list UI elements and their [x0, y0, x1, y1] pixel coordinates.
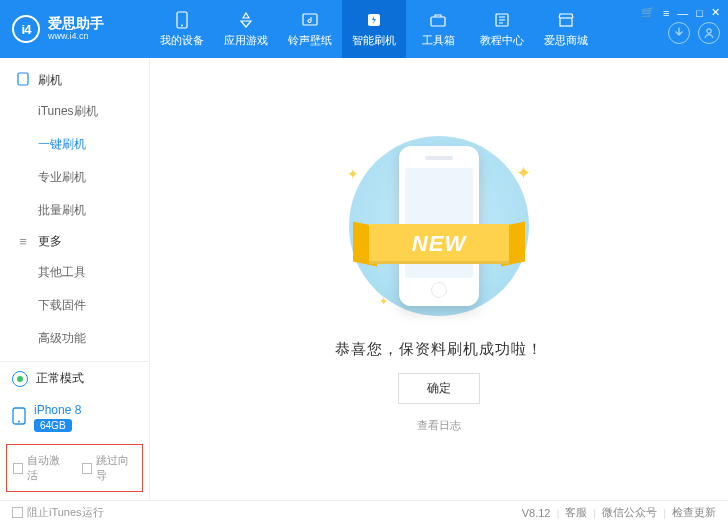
store-icon — [557, 11, 575, 29]
sidebar-group-1: ≡更多 — [0, 227, 149, 256]
view-log-link[interactable]: 查看日志 — [417, 418, 461, 433]
apps-icon — [238, 11, 254, 29]
minimize-icon[interactable]: — — [677, 7, 688, 19]
logo-icon: i4 — [12, 15, 40, 43]
menu-icon[interactable]: ≡ — [663, 7, 669, 19]
sidebar-item-1-2[interactable]: 高级功能 — [0, 322, 149, 355]
sidebar-item-0-1[interactable]: 一键刷机 — [0, 128, 149, 161]
svg-point-7 — [707, 29, 711, 33]
nav-flash[interactable]: 智能刷机 — [342, 0, 406, 58]
close-icon[interactable]: ✕ — [711, 6, 720, 19]
confirm-button[interactable]: 确定 — [398, 373, 480, 404]
toolbox-icon — [429, 11, 447, 29]
storage-badge: 64GB — [34, 419, 72, 432]
brand: i4 爱思助手 www.i4.cn — [0, 15, 150, 43]
user-button[interactable] — [698, 22, 720, 44]
svg-point-10 — [18, 421, 20, 423]
device-icon — [16, 72, 30, 89]
music-icon — [301, 11, 319, 29]
device-mode[interactable]: 正常模式 — [0, 362, 149, 395]
svg-rect-8 — [18, 73, 28, 85]
app-header: i4 爱思助手 www.i4.cn 我的设备应用游戏铃声壁纸智能刷机工具箱教程中… — [0, 0, 728, 58]
nav-toolbox[interactable]: 工具箱 — [406, 0, 470, 58]
support-link[interactable]: 客服 — [565, 505, 587, 520]
nav-phone[interactable]: 我的设备 — [150, 0, 214, 58]
success-message: 恭喜您，保资料刷机成功啦！ — [335, 340, 543, 359]
success-illustration: ✦✦✦ NEW — [339, 126, 539, 326]
download-button[interactable] — [668, 22, 690, 44]
sidebar-item-1-1[interactable]: 下载固件 — [0, 289, 149, 322]
sidebar: 刷机iTunes刷机一键刷机专业刷机批量刷机≡更多其他工具下载固件高级功能 正常… — [0, 58, 150, 500]
book-icon — [494, 11, 510, 29]
status-bar: 阻止iTunes运行 V8.12 | 客服 | 微信公众号 | 检查更新 — [0, 500, 728, 524]
window-controls: 🛒 ≡ — □ ✕ — [641, 6, 720, 19]
main-content: ✦✦✦ NEW 恭喜您，保资料刷机成功啦！ 确定 查看日志 — [150, 58, 728, 500]
version-label: V8.12 — [522, 507, 551, 519]
sidebar-item-0-2[interactable]: 专业刷机 — [0, 161, 149, 194]
skip-guide-checkbox[interactable]: 跳过向导 — [82, 453, 137, 483]
more-icon: ≡ — [16, 234, 30, 249]
connected-device[interactable]: iPhone 8 64GB — [0, 395, 149, 440]
download-icon — [673, 27, 685, 39]
flash-icon — [366, 11, 382, 29]
new-ribbon-icon: NEW — [357, 220, 521, 268]
nav-store[interactable]: 爱思商城 — [534, 0, 598, 58]
top-nav: 我的设备应用游戏铃声壁纸智能刷机工具箱教程中心爱思商城 — [150, 0, 598, 58]
wechat-link[interactable]: 微信公众号 — [602, 505, 657, 520]
svg-rect-4 — [431, 17, 445, 26]
device-name: iPhone 8 — [34, 403, 81, 417]
status-dot-icon — [12, 371, 28, 387]
user-icon — [703, 27, 715, 39]
cart-icon[interactable]: 🛒 — [641, 6, 655, 19]
nav-music[interactable]: 铃声壁纸 — [278, 0, 342, 58]
block-itunes-checkbox[interactable]: 阻止iTunes运行 — [12, 505, 104, 520]
nav-book[interactable]: 教程中心 — [470, 0, 534, 58]
svg-point-1 — [181, 24, 183, 26]
mode-label: 正常模式 — [36, 370, 84, 387]
sidebar-group-0: 刷机 — [0, 66, 149, 95]
nav-apps[interactable]: 应用游戏 — [214, 0, 278, 58]
sidebar-item-1-0[interactable]: 其他工具 — [0, 256, 149, 289]
phone-icon — [174, 11, 190, 29]
phone-icon — [12, 407, 26, 428]
options-highlight: 自动激活 跳过向导 — [6, 444, 143, 492]
maximize-icon[interactable]: □ — [696, 7, 703, 19]
sidebar-item-0-3[interactable]: 批量刷机 — [0, 194, 149, 227]
brand-name: 爱思助手 — [48, 16, 104, 31]
brand-url: www.i4.cn — [48, 32, 104, 42]
auto-activate-checkbox[interactable]: 自动激活 — [13, 453, 68, 483]
check-update-link[interactable]: 检查更新 — [672, 505, 716, 520]
sidebar-item-0-0[interactable]: iTunes刷机 — [0, 95, 149, 128]
svg-rect-6 — [560, 18, 572, 26]
